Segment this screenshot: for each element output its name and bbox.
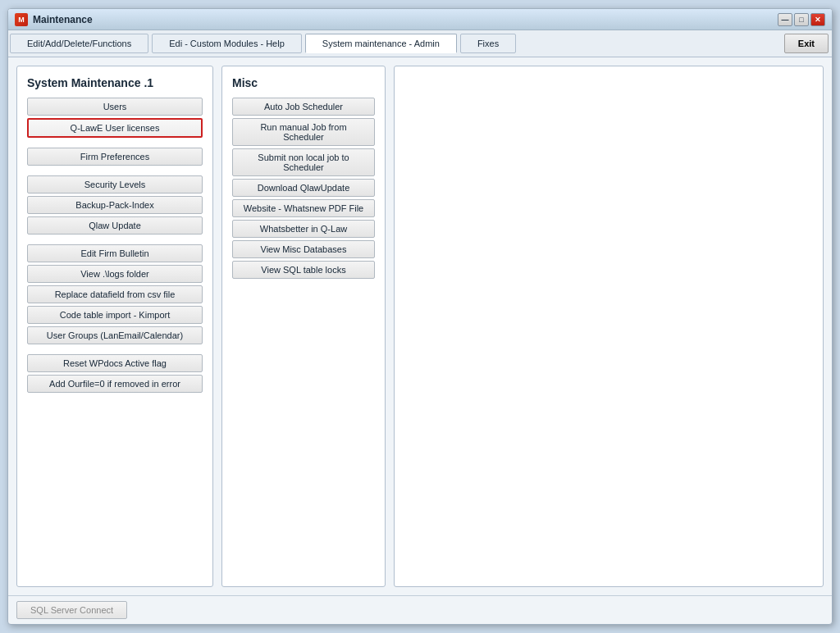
tab-system-maint[interactable]: System maintenance - Admin <box>305 34 457 53</box>
view-misc-databases-button[interactable]: View Misc Databases <box>232 240 375 258</box>
misc-panel-title: Misc <box>232 76 375 89</box>
group-3: Security Levels Backup-Pack-Index Qlaw U… <box>27 175 203 235</box>
sql-server-connect-button[interactable]: SQL Server Connect <box>16 601 127 619</box>
website-whatsnew-button[interactable]: Website - Whatsnew PDF File <box>232 199 375 217</box>
auto-job-scheduler-button[interactable]: Auto Job Scheduler <box>232 98 375 116</box>
download-qlawupdate-button[interactable]: Download QlawUpdate <box>232 179 375 197</box>
minimize-button[interactable]: — <box>778 13 792 26</box>
group-2: Firm Preferences <box>27 148 203 166</box>
tab-fixes[interactable]: Fixes <box>460 34 516 53</box>
run-manual-job-button[interactable]: Run manual Job from Scheduler <box>232 118 375 146</box>
users-button[interactable]: Users <box>27 98 203 116</box>
code-table-import-button[interactable]: Code table import - Kimport <box>27 306 203 324</box>
whatsbetter-button[interactable]: Whatsbetter in Q-Law <box>232 220 375 238</box>
group-5: Reset WPdocs Active flag Add Ourfile=0 i… <box>27 354 203 393</box>
user-groups-button[interactable]: User Groups (LanEmail/Calendar) <box>27 326 203 344</box>
group-1: Users Q-LawE User licenses <box>27 98 203 138</box>
close-button[interactable]: ✕ <box>810 13 825 26</box>
menu-bar: Edit/Add/Delete/Functions Edi - Custom M… <box>8 30 832 57</box>
exit-button[interactable]: Exit <box>784 34 829 53</box>
backup-pack-index-button[interactable]: Backup-Pack-Index <box>27 196 203 214</box>
title-buttons: — □ ✕ <box>778 13 825 26</box>
system-maintenance-panel: System Maintenance .1 Users Q-LawE User … <box>16 66 213 587</box>
add-ourfile-button[interactable]: Add Ourfile=0 if removed in error <box>27 375 203 393</box>
maximize-button[interactable]: □ <box>794 13 809 26</box>
tab-edi-custom[interactable]: Edi - Custom Modules - Help <box>152 34 302 53</box>
title-bar-left: M Maintenance <box>15 13 93 26</box>
bottom-area: SQL Server Connect <box>8 595 832 624</box>
reset-wpdocs-button[interactable]: Reset WPdocs Active flag <box>27 354 203 372</box>
content-area: System Maintenance .1 Users Q-LawE User … <box>8 57 832 595</box>
qlaw-update-button[interactable]: Qlaw Update <box>27 216 203 235</box>
left-panel-title: System Maintenance .1 <box>27 76 203 89</box>
title-bar: M Maintenance — □ ✕ <box>8 9 832 30</box>
security-levels-button[interactable]: Security Levels <box>27 175 203 194</box>
misc-panel: Misc Auto Job Scheduler Run manual Job f… <box>221 66 386 587</box>
group-4: Edit Firm Bulletin View .\logs folder Re… <box>27 244 203 344</box>
firm-preferences-button[interactable]: Firm Preferences <box>27 148 203 166</box>
view-sql-table-locks-button[interactable]: View SQL table locks <box>232 261 375 279</box>
tab-edit-add[interactable]: Edit/Add/Delete/Functions <box>10 34 148 53</box>
submit-non-local-button[interactable]: Submit non local job to Scheduler <box>232 148 375 176</box>
replace-datafield-button[interactable]: Replace datafield from csv file <box>27 285 203 303</box>
qlaws-licenses-button[interactable]: Q-LawE User licenses <box>27 118 203 138</box>
app-icon: M <box>15 13 28 26</box>
edit-firm-bulletin-button[interactable]: Edit Firm Bulletin <box>27 244 203 262</box>
view-logs-folder-button[interactable]: View .\logs folder <box>27 265 203 283</box>
main-window: M Maintenance — □ ✕ Edit/Add/Delete/Func… <box>7 8 833 625</box>
right-panel <box>394 66 824 587</box>
window-title: Maintenance <box>33 14 93 25</box>
